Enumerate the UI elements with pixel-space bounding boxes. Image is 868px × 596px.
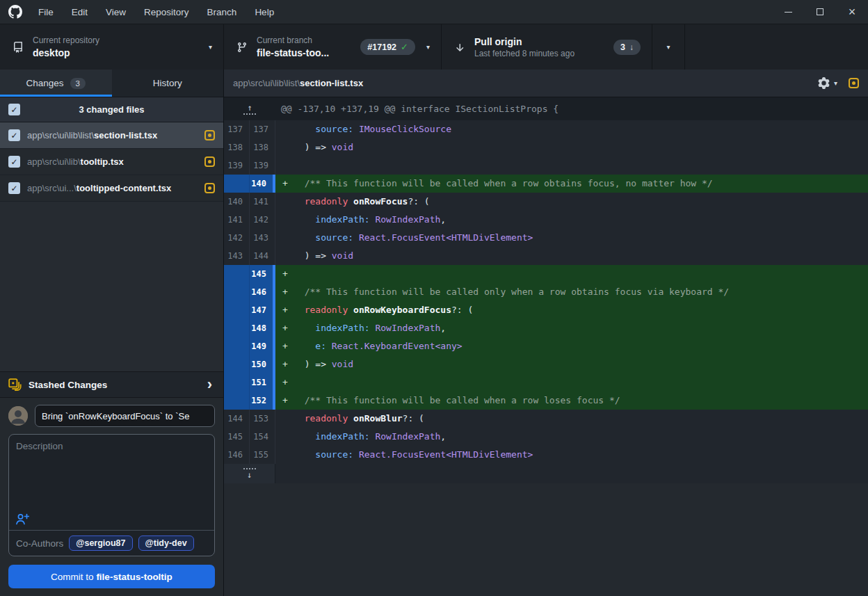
diff-row[interactable]: 146+ /** This function will be called on… (224, 283, 868, 301)
file-row[interactable]: ✓app\src\ui\lib\tooltip.tsx (0, 149, 223, 175)
new-line-number[interactable]: 147 (250, 301, 275, 319)
diff-row[interactable]: 145+ (224, 265, 868, 283)
new-line-number[interactable]: 155 (250, 446, 275, 464)
diff-row[interactable]: 152+ /** This function will be called wh… (224, 392, 868, 410)
old-line-number[interactable]: 142 (224, 229, 250, 247)
expand-hunk-up-button[interactable]: ↑ (224, 97, 275, 120)
new-line-number[interactable]: 148 (250, 319, 275, 337)
menu-item-edit[interactable]: Edit (63, 0, 97, 24)
file-row[interactable]: ✓app\src\ui...\tooltipped-content.tsx (0, 175, 223, 202)
diff-add-marker: + (275, 392, 294, 410)
pull-dropdown-button[interactable]: ▾ (652, 24, 685, 70)
diff-row[interactable]: 144153 readonly onRowBlur?: ( (224, 410, 868, 428)
new-line-number[interactable]: 145 (250, 265, 275, 283)
old-line-number[interactable]: 138 (224, 138, 250, 156)
diff-add-marker (275, 138, 294, 156)
branch-icon (236, 42, 248, 53)
menu-item-repository[interactable]: Repository (135, 0, 198, 24)
minimize-button[interactable] (772, 0, 804, 24)
menu-item-file[interactable]: File (29, 0, 63, 24)
old-line-number[interactable]: 145 (224, 428, 250, 446)
diff-row[interactable]: 140+ /** This function will be called wh… (224, 175, 868, 193)
diff-row[interactable]: 141142 indexPath: RowIndexPath, (224, 211, 868, 229)
diff-add-marker: + (275, 355, 294, 373)
diff-row[interactable]: 150+ ) => void (224, 355, 868, 373)
new-line-number[interactable]: 140 (250, 175, 275, 193)
commit-summary-input[interactable] (35, 405, 215, 427)
hunk-header-text: @@ -137,10 +137,19 @@ interface ISection… (275, 104, 558, 114)
maximize-button[interactable] (804, 0, 836, 24)
menu-item-branch[interactable]: Branch (198, 0, 246, 24)
old-line-number[interactable]: 141 (224, 211, 250, 229)
old-line-number[interactable]: 146 (224, 446, 250, 464)
close-button[interactable]: × (836, 0, 868, 24)
new-line-number[interactable]: 144 (250, 247, 275, 265)
old-line-number[interactable] (224, 355, 250, 373)
diff-row[interactable]: 142143 source: React.FocusEvent<HTMLDivE… (224, 229, 868, 247)
file-checkbox[interactable]: ✓ (8, 129, 20, 141)
menu-item-view[interactable]: View (97, 0, 135, 24)
new-line-number[interactable]: 153 (250, 410, 275, 428)
diff-row[interactable]: 148+ indexPath: RowIndexPath, (224, 319, 868, 337)
old-line-number[interactable] (224, 175, 250, 193)
pr-number-badge[interactable]: #17192 ✓ (360, 39, 415, 55)
menubar: FileEditViewRepositoryBranchHelp × (0, 0, 868, 24)
new-line-number[interactable]: 142 (250, 211, 275, 229)
file-checkbox[interactable]: ✓ (8, 156, 20, 168)
new-line-number[interactable]: 141 (250, 193, 275, 211)
commit-description-input[interactable] (9, 435, 214, 530)
diff-row[interactable]: 146155 source: React.FocusEvent<HTMLDivE… (224, 446, 868, 464)
new-line-number[interactable]: 146 (250, 283, 275, 301)
coauthor-pill[interactable]: @sergiou87 (69, 535, 132, 551)
old-line-number[interactable]: 140 (224, 193, 250, 211)
sidebar: Changes 3 History ✓ 3 changed files ✓app… (0, 70, 224, 596)
old-line-number[interactable]: 144 (224, 410, 250, 428)
select-all-checkbox[interactable]: ✓ (8, 104, 20, 115)
current-branch-button[interactable]: Current branch file-status-too... #17192… (224, 24, 442, 70)
new-line-number[interactable]: 154 (250, 428, 275, 446)
old-line-number[interactable] (224, 301, 250, 319)
diff-row[interactable]: 137137 source: IMouseClickSource (224, 120, 868, 138)
commit-button[interactable]: Commit to file-status-tooltip (8, 565, 215, 588)
old-line-number[interactable] (224, 392, 250, 410)
pull-origin-button[interactable]: Pull origin Last fetched 8 minutes ago 3… (442, 24, 652, 70)
file-row[interactable]: ✓app\src\ui\lib\list\section-list.tsx (0, 122, 223, 149)
old-line-number[interactable] (224, 283, 250, 301)
old-line-number[interactable] (224, 319, 250, 337)
old-line-number[interactable] (224, 265, 250, 283)
new-line-number[interactable]: 138 (250, 138, 275, 156)
new-line-number[interactable]: 137 (250, 120, 275, 138)
diff-options-button[interactable]: ▾ (818, 77, 837, 89)
chevron-down-icon: ▾ (426, 44, 430, 51)
diff-row[interactable]: 138138 ) => void (224, 138, 868, 156)
diff-row[interactable]: 147+ readonly onRowKeyboardFocus?: ( (224, 301, 868, 319)
diff-row[interactable]: 143144 ) => void (224, 247, 868, 265)
tab-history[interactable]: History (112, 70, 224, 97)
old-line-number[interactable]: 139 (224, 156, 250, 175)
coauthor-pill[interactable]: @tidy-dev (138, 535, 194, 551)
old-line-number[interactable]: 143 (224, 247, 250, 265)
new-line-number[interactable]: 150 (250, 355, 275, 373)
expand-hunk-down-button[interactable]: ↓ (224, 464, 275, 483)
new-line-number[interactable]: 143 (250, 229, 275, 247)
old-line-number[interactable] (224, 373, 250, 392)
diff-row[interactable]: 140141 readonly onRowFocus?: ( (224, 193, 868, 211)
tab-changes[interactable]: Changes 3 (0, 70, 112, 97)
new-line-number[interactable]: 149 (250, 337, 275, 355)
diff-row[interactable]: 139139 (224, 156, 868, 175)
commit-summary-row (8, 405, 215, 427)
add-coauthor-icon[interactable] (15, 513, 29, 525)
new-line-number[interactable]: 151 (250, 373, 275, 392)
old-line-number[interactable] (224, 337, 250, 355)
diff-add-marker: + (275, 175, 294, 193)
current-repository-button[interactable]: Current repository desktop ▾ (0, 24, 224, 70)
new-line-number[interactable]: 152 (250, 392, 275, 410)
diff-row[interactable]: 145154 indexPath: RowIndexPath, (224, 428, 868, 446)
old-line-number[interactable]: 137 (224, 120, 250, 138)
diff-row[interactable]: 151+ (224, 373, 868, 392)
diff-row[interactable]: 149+ e: React.KeyboardEvent<any> (224, 337, 868, 355)
new-line-number[interactable]: 139 (250, 156, 275, 175)
stashed-changes-row[interactable]: Stashed Changes › (0, 371, 223, 398)
file-checkbox[interactable]: ✓ (8, 182, 20, 194)
menu-item-help[interactable]: Help (246, 0, 283, 24)
